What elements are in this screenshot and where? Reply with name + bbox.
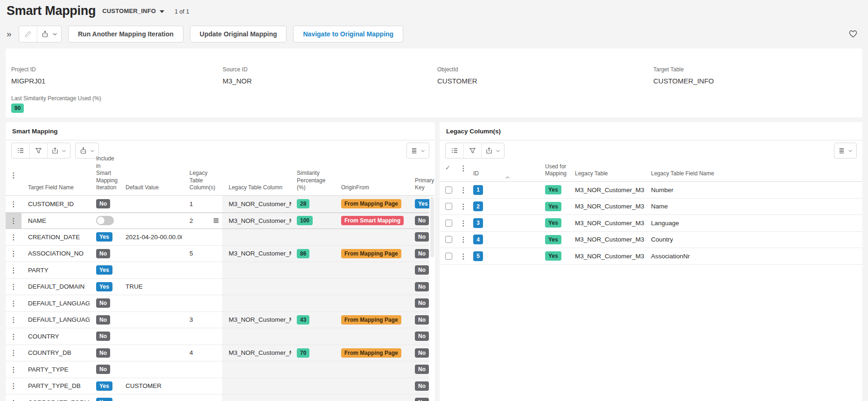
smart-mapping-table-header: ⋮ Target Field Name Include in Smart Map… bbox=[6, 161, 435, 196]
row-checkbox[interactable] bbox=[445, 187, 452, 194]
column-header-legacy-table-column[interactable]: Legacy Table Column bbox=[222, 184, 291, 195]
table-row: ⋮ASSOCIATION_NONo5M3_NOR_Customer_M386Fr… bbox=[6, 246, 429, 263]
row-menu-kebab-icon[interactable]: ⋮ bbox=[10, 300, 17, 307]
id-badge: 4 bbox=[473, 235, 483, 244]
export-icon[interactable] bbox=[481, 143, 504, 158]
row-checkbox[interactable] bbox=[445, 220, 452, 227]
favorite-heart-icon[interactable] bbox=[848, 29, 858, 39]
legacy-table: M3_NOR_Customer_M3 bbox=[575, 236, 644, 243]
row-menu-kebab-icon[interactable]: ⋮ bbox=[10, 349, 17, 356]
column-header-similarity[interactable]: Similarity Percentage (%) bbox=[291, 170, 336, 195]
legacy-table: M3_NOR_Customer_M3 bbox=[575, 187, 644, 194]
target-field-name: NAME bbox=[28, 217, 46, 224]
select-all-check-icon[interactable]: ✓ bbox=[440, 161, 456, 181]
primary-key-badge: No bbox=[415, 282, 429, 291]
list-view-icon[interactable] bbox=[12, 143, 29, 158]
include-badge: Yes bbox=[96, 232, 112, 242]
primary-key-badge: No bbox=[415, 265, 429, 275]
top-toolbar: » Run Another Mapping Iteration Update O… bbox=[7, 26, 861, 42]
row-menu-kebab-icon[interactable]: ⋮ bbox=[10, 382, 17, 389]
row-height-icon[interactable] bbox=[407, 143, 429, 158]
table-row: ⋮PARTY_TYPE_DBYesCUSTOMERNo bbox=[6, 378, 429, 395]
origin-badge: From Mapping Page bbox=[341, 315, 401, 325]
header-menu-kebab-icon[interactable]: ⋮ bbox=[6, 161, 21, 195]
row-checkbox[interactable] bbox=[445, 203, 452, 210]
app-header: Smart Mapping CUSTOMER_INFO 1 of 1 bbox=[7, 4, 189, 18]
row-menu-kebab-icon[interactable]: ⋮ bbox=[460, 220, 467, 227]
row-menu-kebab-icon[interactable]: ⋮ bbox=[10, 316, 17, 323]
column-header-legacy-table-field-name[interactable]: Legacy Table Field Name bbox=[646, 170, 862, 181]
column-header-legacy-table[interactable]: Legacy Table bbox=[571, 170, 646, 181]
row-menu-kebab-icon[interactable]: ⋮ bbox=[10, 333, 17, 340]
smart-mapping-robot-icon[interactable] bbox=[37, 26, 61, 42]
field-object-id: ObjectId CUSTOMER bbox=[437, 66, 477, 85]
expand-toolbar-icon[interactable]: » bbox=[7, 29, 19, 39]
primary-key-badge: No bbox=[415, 348, 429, 358]
column-header-id[interactable]: ID bbox=[470, 170, 540, 181]
run-another-mapping-iteration-button[interactable]: Run Another Mapping Iteration bbox=[68, 26, 183, 42]
vertical-scrollbar[interactable] bbox=[429, 196, 435, 401]
entity-selector[interactable]: CUSTOMER_INFO bbox=[102, 7, 156, 14]
filter-icon[interactable] bbox=[463, 143, 481, 158]
row-menu-kebab-icon[interactable]: ⋮ bbox=[460, 236, 467, 243]
row-menu-kebab-icon[interactable]: ⋮ bbox=[460, 203, 467, 210]
chevron-down-icon[interactable] bbox=[160, 10, 164, 13]
row-menu-kebab-icon[interactable]: ⋮ bbox=[10, 217, 17, 224]
used-for-mapping-badge: Yes bbox=[545, 235, 561, 244]
lookup-icon[interactable] bbox=[213, 217, 219, 224]
column-header-primary-key[interactable]: Primary Key bbox=[409, 177, 429, 195]
row-menu-kebab-icon[interactable]: ⋮ bbox=[10, 399, 17, 401]
column-header-used-for-mapping[interactable]: Used for Mapping bbox=[540, 163, 571, 181]
legacy-table-field-name: Country bbox=[651, 236, 673, 243]
table-row: ⋮3YesM3_NOR_Customer_M3Language bbox=[440, 215, 862, 232]
legacy-table-column: M3_NOR_Customer_M3 bbox=[229, 316, 291, 323]
row-menu-kebab-icon[interactable]: ⋮ bbox=[10, 234, 17, 241]
column-header-legacy-table-columns[interactable]: Legacy Table Column(s) bbox=[182, 170, 222, 195]
id-badge: 5 bbox=[473, 251, 483, 261]
legacy-columns-panel: Legacy Column(s) ✓ ⋮ ID Used for bbox=[440, 122, 862, 401]
include-badge: No bbox=[96, 199, 110, 208]
edit-icon[interactable] bbox=[19, 26, 37, 42]
column-header-target-field-name[interactable]: Target Field Name bbox=[21, 184, 90, 195]
export-icon[interactable] bbox=[47, 143, 70, 158]
row-menu-kebab-icon[interactable]: ⋮ bbox=[460, 187, 467, 194]
update-original-mapping-button[interactable]: Update Original Mapping bbox=[190, 26, 287, 42]
row-menu-kebab-icon[interactable]: ⋮ bbox=[10, 366, 17, 373]
sort-ascending-icon[interactable] bbox=[505, 174, 510, 181]
row-checkbox[interactable] bbox=[445, 236, 452, 243]
list-view-icon[interactable] bbox=[446, 143, 463, 158]
scrollbar-thumb[interactable] bbox=[430, 197, 434, 257]
row-menu-kebab-icon[interactable]: ⋮ bbox=[10, 200, 17, 207]
summary-card: Project ID MIGPRJ01 Source ID M3_NOR Obj… bbox=[6, 48, 862, 118]
id-badge: 1 bbox=[473, 185, 483, 195]
table-row: ⋮1YesM3_NOR_Customer_M3Number bbox=[440, 182, 862, 199]
row-menu-kebab-icon[interactable]: ⋮ bbox=[10, 283, 17, 290]
smart-mapping-table-body: ⋮CUSTOMER_IDNo1M3_NOR_Customer_M328From … bbox=[6, 196, 429, 401]
include-toggle[interactable] bbox=[96, 216, 114, 225]
navigate-to-original-mapping-button[interactable]: Navigate to Original Mapping bbox=[293, 26, 403, 42]
filter-icon[interactable] bbox=[29, 143, 47, 158]
page-title: Smart Mapping bbox=[7, 4, 96, 18]
default-value: CUSTOMER bbox=[126, 382, 161, 389]
grid-icon-group bbox=[445, 143, 504, 159]
row-checkbox[interactable] bbox=[445, 253, 452, 260]
column-header-default-value[interactable]: Default Value bbox=[119, 184, 182, 195]
legacy-table: M3_NOR_Customer_M3 bbox=[575, 203, 644, 210]
table-row: ⋮DEFAULT_LANGUAGE_DBNo3M3_NOR_Customer_M… bbox=[6, 312, 429, 329]
field-label: Project ID bbox=[11, 66, 45, 73]
similarity-used-label: Last Similarity Percentage Used (%) bbox=[11, 95, 101, 102]
row-menu-kebab-icon[interactable]: ⋮ bbox=[10, 267, 17, 274]
column-header-include[interactable]: Include in Smart Mapping Iteration bbox=[90, 155, 119, 195]
column-header-originfrom[interactable]: OriginFrom bbox=[336, 184, 409, 195]
row-menu-kebab-icon[interactable]: ⋮ bbox=[460, 253, 467, 260]
include-badge: No bbox=[96, 249, 110, 258]
field-value: CUSTOMER_INFO bbox=[653, 77, 714, 85]
row-height-icon[interactable] bbox=[834, 143, 856, 158]
field-label: Target Table bbox=[653, 66, 714, 73]
smart-mapping-panel: Smart Mapping bbox=[6, 122, 435, 401]
primary-key-badge: No bbox=[415, 381, 429, 391]
header-menu-kebab-icon[interactable]: ⋮ bbox=[456, 161, 470, 181]
used-for-mapping-badge: Yes bbox=[545, 251, 561, 261]
primary-key-badge: Yes bbox=[415, 199, 429, 208]
row-menu-kebab-icon[interactable]: ⋮ bbox=[10, 250, 17, 257]
